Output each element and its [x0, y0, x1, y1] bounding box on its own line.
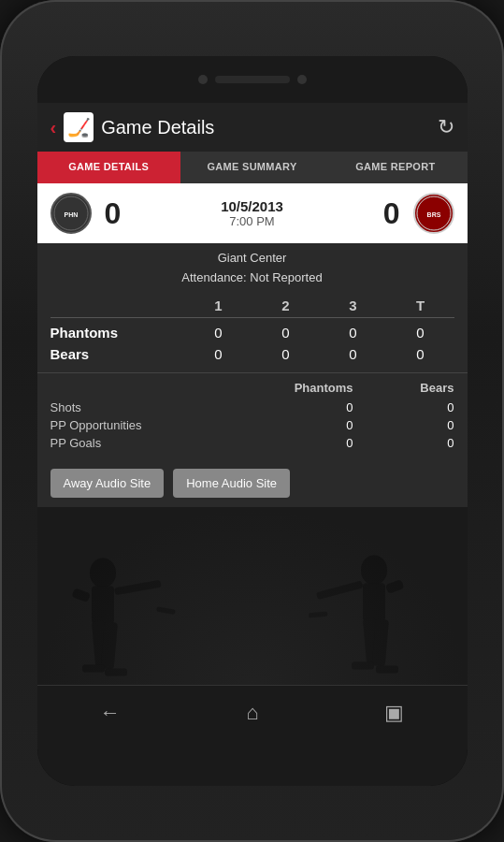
svg-point-13 — [361, 555, 387, 585]
venue-info: Giant Center Attendance: Not Reported — [37, 243, 468, 294]
game-time: 7:00 PM — [134, 214, 369, 228]
pp-opportunities-row: PP Opportunities 0 0 — [50, 416, 454, 434]
phantoms-p2: 0 — [252, 325, 320, 341]
svg-rect-8 — [156, 606, 176, 614]
svg-rect-17 — [385, 579, 404, 594]
pp-goals-label: PP Goals — [50, 436, 252, 450]
back-chevron-icon[interactable]: ‹ — [50, 117, 57, 138]
period-total-header: T — [387, 298, 454, 313]
front-sensor — [297, 75, 307, 84]
phone-frame: ‹ 🏒 Game Details ↻ GAME DETAILS GAME SUM… — [0, 0, 504, 842]
phone-bottom-bar — [37, 739, 468, 786]
svg-rect-18 — [363, 617, 380, 665]
stats-bears-header: Bears — [353, 381, 454, 395]
speaker-slot — [215, 76, 290, 83]
tab-game-report[interactable]: GAME REPORT — [324, 152, 467, 183]
phone-top-bar — [37, 56, 468, 103]
nav-recent-button[interactable]: ▣ — [384, 701, 404, 725]
bears-p2: 0 — [252, 346, 320, 362]
period-team-header: Team — [50, 298, 185, 313]
bears-period-row: Bears 0 0 0 0 — [50, 343, 454, 365]
phantoms-total: 0 — [387, 325, 454, 341]
app-logo-icon: 🏒 — [64, 112, 94, 142]
svg-text:BRS: BRS — [426, 211, 440, 218]
svg-rect-21 — [376, 665, 398, 673]
shots-bears: 0 — [353, 400, 454, 414]
home-score: 0 — [105, 196, 122, 231]
home-team-logo: PHN — [50, 193, 92, 234]
svg-rect-16 — [309, 611, 327, 617]
away-audio-button[interactable]: Away Audio Site — [50, 469, 165, 498]
players-silhouette — [37, 507, 468, 685]
phone-screen: ‹ 🏒 Game Details ↻ GAME DETAILS GAME SUM… — [37, 56, 468, 786]
svg-rect-7 — [114, 579, 162, 595]
game-date: 10/5/2013 — [134, 198, 369, 214]
stats-label-header: Stat — [50, 381, 252, 395]
pp-opportunities-phantoms: 0 — [252, 418, 353, 432]
venue-name: Giant Center — [43, 249, 462, 269]
stats-header-row: Stat Phantoms Bears — [50, 381, 454, 395]
tab-bar: GAME DETAILS GAME SUMMARY GAME REPORT — [37, 152, 468, 183]
phantoms-period-row: Phantoms 0 0 0 0 — [50, 322, 454, 343]
svg-rect-6 — [71, 588, 90, 602]
svg-rect-15 — [316, 580, 363, 600]
stats-phantoms-header: Phantoms — [252, 381, 353, 395]
bears-p1: 0 — [185, 346, 252, 362]
home-audio-button[interactable]: Home Audio Site — [173, 469, 290, 498]
bottom-nav: ← ⌂ ▣ — [37, 685, 468, 739]
shots-row: Shots 0 0 — [50, 399, 454, 416]
svg-rect-14 — [363, 583, 385, 620]
svg-rect-9 — [92, 620, 108, 668]
svg-rect-19 — [371, 618, 388, 666]
period-table: Team 1 2 3 T Phantoms 0 0 0 0 Bears 0 0 — [37, 294, 468, 372]
pp-goals-phantoms: 0 — [252, 436, 353, 450]
phantoms-team-name: Phantoms — [50, 325, 185, 341]
period-header-row: Team 1 2 3 T — [50, 294, 454, 318]
tab-game-summary[interactable]: GAME SUMMARY — [180, 152, 324, 183]
svg-rect-20 — [352, 661, 374, 669]
pp-goals-bears: 0 — [353, 436, 454, 450]
pp-goals-row: PP Goals 0 0 — [50, 434, 454, 452]
pp-opportunities-bears: 0 — [353, 418, 454, 432]
away-team-logo: BRS — [413, 193, 454, 234]
shots-label: Shots — [50, 400, 252, 414]
nav-back-button[interactable]: ← — [100, 701, 121, 725]
nav-home-button[interactable]: ⌂ — [246, 701, 258, 725]
period-2-header: 2 — [252, 298, 320, 313]
pp-opportunities-label: PP Opportunities — [50, 418, 252, 432]
screen-content: ‹ 🏒 Game Details ↻ GAME DETAILS GAME SUM… — [37, 103, 468, 739]
phantoms-p3: 0 — [320, 325, 387, 341]
tab-game-details[interactable]: GAME DETAILS — [37, 152, 180, 183]
bears-p3: 0 — [320, 346, 387, 362]
scoreboard: PHN 0 10/5/2013 7:00 PM 0 BRS — [37, 183, 468, 243]
camera-dot — [198, 75, 208, 84]
phantoms-p1: 0 — [185, 325, 252, 341]
period-3-header: 3 — [320, 298, 387, 313]
venue-attendance: Attendance: Not Reported — [43, 269, 462, 288]
audio-buttons-area: Away Audio Site Home Audio Site — [37, 459, 468, 507]
game-time-info: 10/5/2013 7:00 PM — [134, 198, 369, 228]
period-1-header: 1 — [185, 298, 252, 313]
svg-rect-5 — [92, 586, 114, 623]
app-header: ‹ 🏒 Game Details ↻ — [37, 103, 468, 152]
svg-text:PHN: PHN — [64, 211, 78, 218]
svg-point-4 — [90, 558, 116, 588]
page-title: Game Details — [101, 117, 429, 138]
bears-team-name: Bears — [50, 346, 185, 362]
svg-rect-12 — [105, 668, 127, 675]
stats-table: Stat Phantoms Bears Shots 0 0 PP Opportu… — [37, 372, 468, 459]
svg-rect-10 — [100, 621, 117, 669]
silhouette-area — [37, 507, 468, 685]
bears-total: 0 — [387, 346, 454, 362]
refresh-icon[interactable]: ↻ — [438, 115, 454, 139]
svg-rect-11 — [82, 664, 105, 672]
away-score: 0 — [383, 196, 400, 231]
shots-phantoms: 0 — [252, 400, 353, 414]
